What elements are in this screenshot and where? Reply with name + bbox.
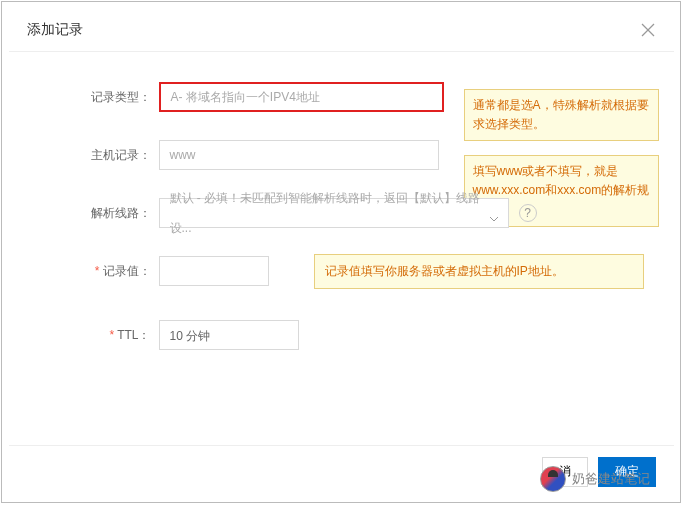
record-type-value: A- 将域名指向一个IPV4地址 — [171, 82, 320, 112]
host-input[interactable]: www — [159, 140, 439, 170]
ttl-select[interactable]: 10 分钟 — [159, 320, 299, 350]
add-record-dialog: 添加记录 通常都是选A，特殊解析就根据要求选择类型。 填写www或者不填写，就是… — [9, 7, 674, 497]
avatar-icon — [540, 466, 566, 492]
label-record-type: 记录类型： — [29, 89, 159, 106]
row-ttl: *TTL： 10 分钟 — [29, 320, 654, 350]
line-select[interactable]: 默认 - 必填！未匹配到智能解析线路时，返回【默认】线路设... — [159, 198, 509, 228]
record-value-input[interactable] — [159, 256, 269, 286]
record-type-select[interactable]: A- 将域名指向一个IPV4地址 — [159, 82, 444, 112]
line-value: 默认 - 必填！未匹配到智能解析线路时，返回【默认】线路设... — [170, 183, 484, 243]
label-ttl: *TTL： — [29, 327, 159, 344]
label-host: 主机记录： — [29, 147, 159, 164]
watermark-text: 奶爸建站笔记 — [572, 470, 650, 488]
row-line: 解析线路： 默认 - 必填！未匹配到智能解析线路时，返回【默认】线路设... ? — [29, 198, 654, 228]
label-record-value: *记录值： — [29, 263, 159, 280]
label-line: 解析线路： — [29, 205, 159, 222]
close-icon[interactable] — [640, 22, 656, 38]
dialog-title: 添加记录 — [27, 21, 83, 37]
annotation-record-value: 记录值填写你服务器或者虚拟主机的IP地址。 — [314, 254, 644, 289]
row-host: 主机记录： www — [29, 140, 654, 170]
ttl-value: 10 分钟 — [170, 329, 211, 343]
host-value: www — [170, 140, 196, 170]
watermark: 奶爸建站笔记 — [540, 466, 650, 492]
chevron-down-icon — [488, 206, 500, 236]
dialog-body: 记录类型： A- 将域名指向一个IPV4地址 主机记录： www 解析线路： 默… — [9, 52, 674, 388]
dialog-header: 添加记录 — [9, 7, 674, 52]
row-record-value: *记录值： 记录值填写你服务器或者虚拟主机的IP地址。 — [29, 256, 654, 286]
help-icon[interactable]: ? — [519, 204, 537, 222]
row-record-type: 记录类型： A- 将域名指向一个IPV4地址 — [29, 82, 654, 112]
